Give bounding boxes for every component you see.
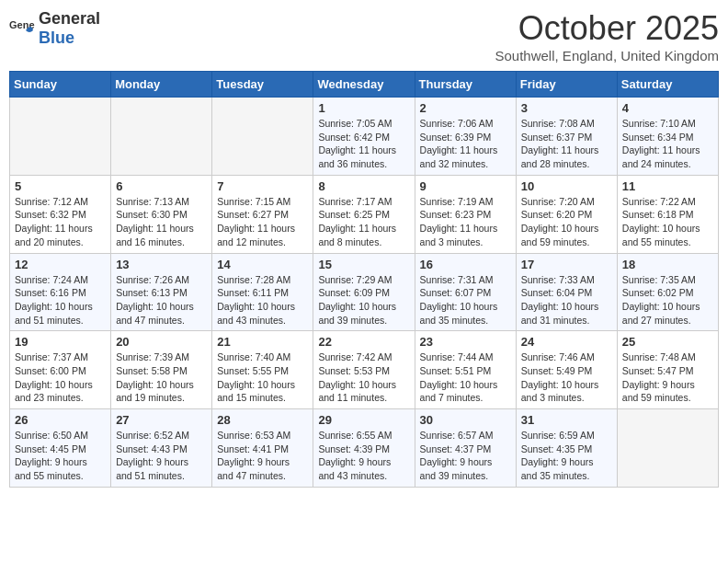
calendar-cell: 27Sunrise: 6:52 AM Sunset: 4:43 PM Dayli… — [111, 409, 212, 488]
calendar-cell: 18Sunrise: 7:35 AM Sunset: 6:02 PM Dayli… — [617, 253, 718, 331]
day-number: 4 — [622, 101, 713, 115]
day-number: 15 — [318, 258, 409, 271]
day-info: Sunrise: 7:28 AM Sunset: 6:11 PM Dayligh… — [217, 273, 308, 327]
calendar-cell: 10Sunrise: 7:20 AM Sunset: 6:20 PM Dayli… — [516, 175, 617, 253]
day-number: 19 — [15, 335, 106, 349]
day-info: Sunrise: 7:24 AM Sunset: 6:16 PM Dayligh… — [15, 273, 106, 327]
day-number: 18 — [622, 258, 713, 271]
day-info: Sunrise: 6:50 AM Sunset: 4:45 PM Dayligh… — [15, 429, 106, 483]
calendar-cell: 8Sunrise: 7:17 AM Sunset: 6:25 PM Daylig… — [313, 175, 415, 253]
month-title: October 2025 — [495, 9, 720, 48]
day-number: 6 — [116, 179, 207, 193]
calendar-cell: 17Sunrise: 7:33 AM Sunset: 6:04 PM Dayli… — [516, 253, 617, 331]
day-number: 9 — [420, 179, 511, 193]
day-info: Sunrise: 7:44 AM Sunset: 5:51 PM Dayligh… — [420, 350, 511, 405]
calendar-cell: 2Sunrise: 7:06 AM Sunset: 6:39 PM Daylig… — [415, 98, 516, 176]
day-number: 25 — [622, 335, 713, 349]
day-info: Sunrise: 7:06 AM Sunset: 6:39 PM Dayligh… — [420, 117, 511, 171]
calendar-cell: 22Sunrise: 7:42 AM Sunset: 5:53 PM Dayli… — [313, 331, 415, 409]
week-row-1: 1Sunrise: 7:05 AM Sunset: 6:42 PM Daylig… — [10, 98, 719, 176]
day-info: Sunrise: 7:08 AM Sunset: 6:37 PM Dayligh… — [521, 117, 612, 171]
day-number: 5 — [15, 179, 106, 193]
calendar-cell — [617, 409, 718, 488]
day-number: 7 — [217, 179, 308, 193]
day-number: 31 — [521, 413, 612, 427]
calendar-cell: 14Sunrise: 7:28 AM Sunset: 6:11 PM Dayli… — [212, 253, 313, 331]
day-number: 17 — [521, 258, 612, 271]
day-info: Sunrise: 7:37 AM Sunset: 6:00 PM Dayligh… — [15, 350, 106, 405]
day-info: Sunrise: 6:55 AM Sunset: 4:39 PM Dayligh… — [318, 429, 409, 483]
day-number: 30 — [420, 413, 511, 427]
calendar-cell: 24Sunrise: 7:46 AM Sunset: 5:49 PM Dayli… — [516, 331, 617, 409]
day-info: Sunrise: 7:35 AM Sunset: 6:02 PM Dayligh… — [622, 273, 713, 327]
calendar-cell: 11Sunrise: 7:22 AM Sunset: 6:18 PM Dayli… — [617, 175, 718, 253]
week-row-5: 26Sunrise: 6:50 AM Sunset: 4:45 PM Dayli… — [10, 409, 719, 488]
calendar-cell: 20Sunrise: 7:39 AM Sunset: 5:58 PM Dayli… — [111, 331, 212, 409]
day-info: Sunrise: 7:26 AM Sunset: 6:13 PM Dayligh… — [116, 273, 207, 327]
calendar-cell: 13Sunrise: 7:26 AM Sunset: 6:13 PM Dayli… — [111, 253, 212, 331]
day-number: 8 — [318, 179, 409, 193]
week-row-3: 12Sunrise: 7:24 AM Sunset: 6:16 PM Dayli… — [10, 253, 719, 331]
calendar-cell: 5Sunrise: 7:12 AM Sunset: 6:32 PM Daylig… — [10, 175, 111, 253]
calendar-cell: 31Sunrise: 6:59 AM Sunset: 4:35 PM Dayli… — [516, 409, 617, 488]
logo-icon: General — [9, 16, 35, 41]
day-number: 27 — [116, 413, 207, 427]
weekday-header-tuesday: Tuesday — [212, 72, 313, 98]
day-number: 29 — [318, 413, 409, 427]
calendar-cell: 1Sunrise: 7:05 AM Sunset: 6:42 PM Daylig… — [313, 98, 415, 176]
day-info: Sunrise: 7:39 AM Sunset: 5:58 PM Dayligh… — [116, 350, 207, 405]
day-info: Sunrise: 7:22 AM Sunset: 6:18 PM Dayligh… — [622, 195, 713, 249]
calendar-cell: 4Sunrise: 7:10 AM Sunset: 6:34 PM Daylig… — [617, 98, 718, 176]
day-info: Sunrise: 7:46 AM Sunset: 5:49 PM Dayligh… — [521, 350, 612, 405]
day-number: 20 — [116, 335, 207, 349]
week-row-2: 5Sunrise: 7:12 AM Sunset: 6:32 PM Daylig… — [10, 175, 719, 253]
day-number: 10 — [521, 179, 612, 193]
weekday-header-wednesday: Wednesday — [313, 72, 415, 98]
weekday-header-saturday: Saturday — [617, 72, 718, 98]
day-number: 26 — [15, 413, 106, 427]
day-number: 22 — [318, 335, 409, 349]
day-number: 1 — [318, 101, 409, 115]
day-info: Sunrise: 7:31 AM Sunset: 6:07 PM Dayligh… — [420, 273, 511, 327]
day-number: 12 — [15, 258, 106, 271]
day-number: 3 — [521, 101, 612, 115]
calendar-cell: 29Sunrise: 6:55 AM Sunset: 4:39 PM Dayli… — [313, 409, 415, 488]
location-title: Southwell, England, United Kingdom — [495, 48, 720, 63]
day-info: Sunrise: 7:15 AM Sunset: 6:27 PM Dayligh… — [217, 195, 308, 249]
header: General General Blue October 2025 Southw… — [9, 9, 719, 63]
day-info: Sunrise: 7:20 AM Sunset: 6:20 PM Dayligh… — [521, 195, 612, 249]
calendar-cell: 7Sunrise: 7:15 AM Sunset: 6:27 PM Daylig… — [212, 175, 313, 253]
weekday-header-monday: Monday — [111, 72, 212, 98]
calendar-cell: 12Sunrise: 7:24 AM Sunset: 6:16 PM Dayli… — [10, 253, 111, 331]
day-number: 14 — [217, 258, 308, 271]
day-number: 13 — [116, 258, 207, 271]
calendar-cell: 23Sunrise: 7:44 AM Sunset: 5:51 PM Dayli… — [415, 331, 516, 409]
title-area: October 2025 Southwell, England, United … — [495, 9, 720, 63]
calendar-cell — [212, 98, 313, 176]
day-info: Sunrise: 7:29 AM Sunset: 6:09 PM Dayligh… — [318, 273, 409, 327]
calendar-cell — [10, 98, 111, 176]
day-info: Sunrise: 6:59 AM Sunset: 4:35 PM Dayligh… — [521, 429, 612, 483]
calendar-cell: 19Sunrise: 7:37 AM Sunset: 6:00 PM Dayli… — [10, 331, 111, 409]
calendar-cell: 21Sunrise: 7:40 AM Sunset: 5:55 PM Dayli… — [212, 331, 313, 409]
day-info: Sunrise: 7:48 AM Sunset: 5:47 PM Dayligh… — [622, 350, 713, 405]
day-info: Sunrise: 7:12 AM Sunset: 6:32 PM Dayligh… — [15, 195, 106, 249]
calendar-cell: 26Sunrise: 6:50 AM Sunset: 4:45 PM Dayli… — [10, 409, 111, 488]
day-info: Sunrise: 7:42 AM Sunset: 5:53 PM Dayligh… — [318, 350, 409, 405]
day-info: Sunrise: 7:19 AM Sunset: 6:23 PM Dayligh… — [420, 195, 511, 249]
day-info: Sunrise: 7:17 AM Sunset: 6:25 PM Dayligh… — [318, 195, 409, 249]
day-info: Sunrise: 7:10 AM Sunset: 6:34 PM Dayligh… — [622, 117, 713, 171]
calendar-cell: 15Sunrise: 7:29 AM Sunset: 6:09 PM Dayli… — [313, 253, 415, 331]
day-info: Sunrise: 6:52 AM Sunset: 4:43 PM Dayligh… — [116, 429, 207, 483]
calendar-cell: 3Sunrise: 7:08 AM Sunset: 6:37 PM Daylig… — [516, 98, 617, 176]
logo-text: General Blue — [39, 9, 100, 48]
calendar-cell — [111, 98, 212, 176]
weekday-header-thursday: Thursday — [415, 72, 516, 98]
week-row-4: 19Sunrise: 7:37 AM Sunset: 6:00 PM Dayli… — [10, 331, 719, 409]
calendar-cell: 30Sunrise: 6:57 AM Sunset: 4:37 PM Dayli… — [415, 409, 516, 488]
day-info: Sunrise: 7:40 AM Sunset: 5:55 PM Dayligh… — [217, 350, 308, 405]
calendar: SundayMondayTuesdayWednesdayThursdayFrid… — [9, 71, 719, 488]
calendar-cell: 25Sunrise: 7:48 AM Sunset: 5:47 PM Dayli… — [617, 331, 718, 409]
day-number: 11 — [622, 179, 713, 193]
calendar-cell: 6Sunrise: 7:13 AM Sunset: 6:30 PM Daylig… — [111, 175, 212, 253]
